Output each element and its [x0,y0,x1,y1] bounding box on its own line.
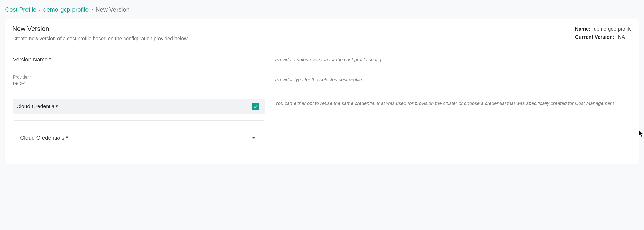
cloud-credentials-title: Cloud Credentials [16,103,58,109]
name-value: demo-gcp-profile [594,26,632,32]
caret-down-icon [252,137,256,139]
cloud-credentials-section-header: Cloud Credentials [13,99,265,114]
name-label: Name: [575,26,590,32]
breadcrumb-root-link[interactable]: Cost Profile [5,6,36,13]
breadcrumb-profile-link[interactable]: demo-gcp-profile [43,6,89,13]
chevron-right-icon: › [91,6,93,13]
provider-help: Provider type for the selected cost prof… [275,75,631,83]
cloud-credentials-panel: Cloud Credentials * [13,120,265,154]
current-version-value: NA [618,34,625,40]
chevron-right-icon: › [39,6,41,13]
card-header: New Version Create new version of a cost… [5,19,639,47]
breadcrumb-current: New Version [96,6,130,13]
new-version-card: New Version Create new version of a cost… [5,19,639,164]
cloud-credentials-select-placeholder: Cloud Credentials * [20,135,68,141]
check-icon [253,104,258,109]
page-title: New Version [12,25,188,33]
cloud-credentials-help: You can either opt to reuse the same cre… [275,99,631,107]
provider-value: GCP [13,80,265,89]
version-name-input[interactable] [13,55,265,65]
provider-label: Provider * [13,75,265,80]
current-version-label: Current Version: [575,34,614,40]
cloud-credentials-checkbox[interactable] [252,103,259,110]
cloud-credentials-select[interactable]: Cloud Credentials * [20,133,257,143]
card-body: Provide a unique version for the cost pr… [5,47,639,164]
page-subtitle: Create new version of a cost profile bas… [12,36,188,42]
version-name-help: Provide a unique version for the cost pr… [275,55,631,63]
provider-field: Provider * GCP [13,75,265,89]
breadcrumb: Cost Profile › demo-gcp-profile › New Ve… [5,5,639,19]
version-name-field [13,55,265,65]
